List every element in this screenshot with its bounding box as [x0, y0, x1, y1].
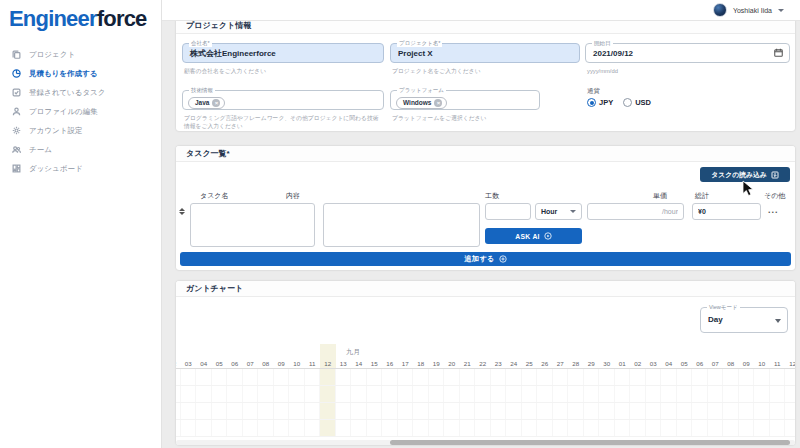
- column-effort: 工数: [485, 191, 499, 201]
- task-name-textarea[interactable]: [190, 203, 315, 247]
- gantt-grid-cell: [382, 369, 398, 385]
- currency-label: 通貨: [587, 87, 600, 95]
- sidebar-item-label: 見積もりを作成する: [29, 69, 97, 79]
- gantt-grid-cell: [677, 403, 693, 419]
- platform-label: プラットフォーム: [397, 87, 446, 94]
- gantt-day-label: 08: [723, 359, 739, 368]
- view-mode-select[interactable]: Viewモード Day: [700, 307, 788, 333]
- gantt-grid-cell: [584, 403, 600, 419]
- ask-ai-button[interactable]: ASK AI: [485, 228, 582, 244]
- company-name-field[interactable]: 会社名* 株式会社Engineerforce: [182, 43, 384, 63]
- app-logo[interactable]: Engineerforce: [0, 0, 161, 32]
- gantt-grid-cell: [568, 403, 584, 419]
- sidebar-item-edit-profile[interactable]: プロファイルの編集: [0, 102, 161, 121]
- sidebar-item-projects[interactable]: プロジェクト: [0, 45, 161, 64]
- gantt-grid-cell: [491, 386, 507, 402]
- unit-price-input[interactable]: [587, 203, 684, 220]
- gantt-day-label: 21: [460, 359, 476, 368]
- tech-info-field[interactable]: 技術情報 Java×: [182, 90, 384, 110]
- gantt-day-label: 24: [506, 359, 522, 368]
- user-avatar[interactable]: [713, 3, 727, 17]
- gantt-grid-cell: [599, 369, 615, 385]
- load-tasks-button[interactable]: タスクの読み込み: [700, 167, 790, 182]
- column-other: その他: [764, 191, 785, 201]
- gantt-grid-cell: [429, 403, 445, 419]
- gantt-day-label: 04: [196, 359, 212, 368]
- total-input[interactable]: [692, 203, 761, 220]
- gantt-grid-cell: [630, 369, 646, 385]
- calendar-icon[interactable]: [774, 48, 783, 57]
- gantt-day-label: 09: [274, 359, 290, 368]
- sidebar-item-dashboard[interactable]: ダッシュボード: [0, 159, 161, 178]
- gantt-grid-cell: [506, 403, 522, 419]
- task-content-textarea[interactable]: [323, 203, 480, 247]
- copy-icon: [12, 50, 21, 59]
- project-name-field[interactable]: プロジェクト名* Project X: [390, 43, 580, 63]
- tech-chip[interactable]: Java×: [188, 97, 225, 109]
- gantt-grid-cell: [243, 369, 259, 385]
- gantt-grid-cell: [568, 420, 584, 436]
- gantt-grid-cell: [289, 386, 305, 402]
- gantt-grid-cell: [243, 386, 259, 402]
- gantt-grid-cell: [305, 420, 321, 436]
- gantt-day-label: 22: [475, 359, 491, 368]
- project-info-card: プロジェクト情報 会社名* 株式会社Engineerforce 顧客の会社名をご…: [176, 18, 795, 131]
- ask-ai-label: ASK AI: [515, 233, 540, 240]
- gantt-day-label: 09: [739, 359, 755, 368]
- row-drag-handle[interactable]: [179, 208, 185, 215]
- gantt-grid-cell: [336, 403, 352, 419]
- sidebar-item-team[interactable]: チーム: [0, 140, 161, 159]
- row-more-button[interactable]: ...: [768, 205, 779, 215]
- gantt-grid-cell: [444, 369, 460, 385]
- import-icon: [771, 171, 779, 179]
- gantt-grid-cell: [522, 420, 538, 436]
- sidebar-item-registered-tasks[interactable]: 登録されているタスク: [0, 83, 161, 102]
- chip-remove-icon[interactable]: ×: [212, 99, 220, 107]
- radio-unselected-icon: [623, 98, 632, 107]
- gantt-grid-cell: [336, 386, 352, 402]
- gantt-day-label: 18: [413, 359, 429, 368]
- gantt-grid-cell: [227, 369, 243, 385]
- effort-unit-select[interactable]: Hour: [535, 203, 582, 220]
- chip-remove-icon[interactable]: ×: [434, 99, 442, 107]
- gantt-day-label: 03: [181, 359, 197, 368]
- gantt-grid-cell: [522, 386, 538, 402]
- gantt-grid-cell: [723, 403, 739, 419]
- gantt-grid-cell: [599, 420, 615, 436]
- platform-field[interactable]: プラットフォーム Windows×: [390, 90, 540, 110]
- gantt-grid-cell: [227, 403, 243, 419]
- sidebar-item-account-settings[interactable]: アカウント設定: [0, 121, 161, 140]
- user-menu-caret-icon[interactable]: [778, 9, 784, 12]
- top-bar: Yoshiaki Iida: [162, 0, 800, 21]
- effort-input[interactable]: [485, 203, 531, 220]
- gantt-horizontal-scrollbar[interactable]: [176, 440, 795, 445]
- currency-radio-usd[interactable]: USD: [623, 98, 651, 107]
- scrollbar-thumb[interactable]: [390, 440, 790, 445]
- gantt-grid-cell: [568, 369, 584, 385]
- gantt-grid-cell: [785, 369, 795, 385]
- gantt-grid-cell: [336, 369, 352, 385]
- platform-chip[interactable]: Windows×: [396, 97, 447, 109]
- gantt-timeline[interactable]: 九月 0203040506070809101112131415161718192…: [176, 344, 795, 437]
- start-date-field[interactable]: 開始日 2021/09/12: [585, 43, 790, 63]
- gantt-grid-cell: [320, 403, 336, 419]
- gantt-day-label: 25: [522, 359, 538, 368]
- start-date-helper: yyyy/mm/dd: [587, 67, 618, 75]
- sidebar-item-create-estimate[interactable]: 見積もりを作成する: [0, 64, 161, 83]
- gantt-grid-cell: [723, 369, 739, 385]
- gantt-day-label: 07: [708, 359, 724, 368]
- add-task-button[interactable]: 追加する: [180, 252, 791, 266]
- currency-radio-jpy[interactable]: JPY: [587, 98, 613, 107]
- gantt-grid-cell: [460, 386, 476, 402]
- gantt-grid-cell: [537, 420, 553, 436]
- gantt-grid-cell: [305, 403, 321, 419]
- gantt-grid-cell: [196, 369, 212, 385]
- gantt-grid-cell: [258, 369, 274, 385]
- project-name-label: プロジェクト名*: [397, 40, 442, 47]
- gantt-grid-cell: [196, 403, 212, 419]
- gantt-day-label: 23: [491, 359, 507, 368]
- gantt-grid-cell: [274, 420, 290, 436]
- user-name[interactable]: Yoshiaki Iida: [733, 7, 772, 14]
- gantt-grid-cell: [739, 369, 755, 385]
- gantt-day-label: 14: [351, 359, 367, 368]
